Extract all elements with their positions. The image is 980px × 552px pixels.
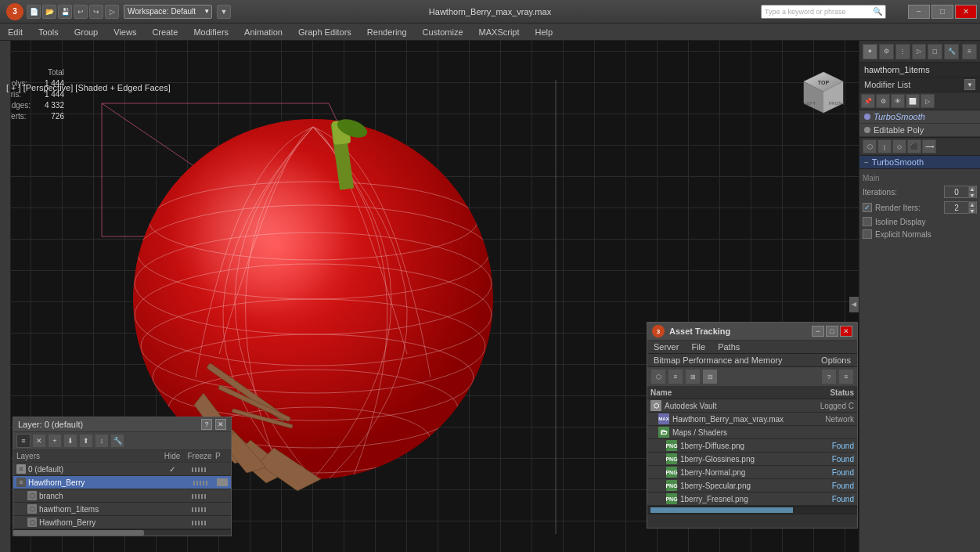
minimize-btn[interactable]: − <box>908 5 930 19</box>
asset-row-maps[interactable]: 🗁 Maps / Shaders <box>647 426 857 439</box>
viewport-arrow[interactable]: ◀ <box>849 297 859 312</box>
asset-row-maxfile[interactable]: MAX Hawthorn_Berry_max_vray.max Network <box>647 413 857 426</box>
sub-tb-4[interactable]: ⬛ <box>907 139 921 153</box>
asset-row-diffuse[interactable]: PNG 1berry-Diffuse.png Found <box>647 439 857 453</box>
preview-btn[interactable]: ▷ <box>105 5 119 19</box>
save-btn[interactable]: 💾 <box>58 5 72 19</box>
explicit-normals-checkbox[interactable] <box>863 229 872 239</box>
menu-edit[interactable]: Edit <box>0 26 31 38</box>
sub-tb-5[interactable]: ⟶ <box>922 139 936 153</box>
turbos-header: − TurboSmooth <box>859 156 980 169</box>
menu-help[interactable]: Help <box>528 26 561 38</box>
redo-btn[interactable]: ↪ <box>89 5 103 19</box>
render-iters-checkbox[interactable]: ✓ <box>863 203 872 212</box>
layer-panel-close[interactable]: ✕ <box>215 419 226 430</box>
iterations-up[interactable]: ▲ <box>968 186 976 192</box>
menu-tools[interactable]: Tools <box>31 26 67 38</box>
at-btn-help[interactable]: ? <box>821 369 837 384</box>
at-btn-4[interactable]: ⊟ <box>702 369 718 384</box>
asset-menu-file[interactable]: File <box>685 341 712 353</box>
layer-scrollbar[interactable] <box>13 529 231 536</box>
search-box[interactable]: Type a keyword or phrase 🔍 <box>761 5 886 19</box>
layer-scrollbar-thumb[interactable] <box>13 530 144 536</box>
open-btn[interactable]: 📂 <box>42 5 56 19</box>
asset-row-fresnel[interactable]: PNG 1berry_Fresnel.png Found <box>647 492 857 506</box>
extra-btn[interactable]: ▼ <box>217 5 231 19</box>
mod-render-btn[interactable]: ▷ <box>921 94 935 108</box>
layer-tb-7[interactable]: 🔧 <box>110 434 124 448</box>
mod-in-view-btn[interactable]: ⬜ <box>906 94 920 108</box>
asset-submenu: Bitmap Performance and Memory Options <box>647 354 857 367</box>
at-btn-extra[interactable]: ≡ <box>838 369 854 384</box>
sub-tb-2[interactable]: | <box>877 139 892 153</box>
asset-row-normal[interactable]: PNG 1berry-Normal.png Found <box>647 466 857 479</box>
layer-tb-2[interactable]: ✕ <box>32 434 46 448</box>
mod-pin-btn[interactable]: 📌 <box>861 94 875 108</box>
isoline-row: Isoline Display <box>863 215 977 228</box>
asset-menu-paths[interactable]: Paths <box>712 341 746 353</box>
render-iters-up[interactable]: ▲ <box>968 201 976 207</box>
modifier-turbos[interactable]: TurboSmooth <box>859 110 980 124</box>
render-iters-spinner[interactable]: ▲ ▼ <box>944 201 977 214</box>
modifier-editable-poly[interactable]: Editable Poly <box>859 124 980 137</box>
render-iters-input[interactable] <box>945 202 968 213</box>
at-btn-1[interactable]: ⬡ <box>650 369 666 384</box>
iterations-spinner[interactable]: ▲ ▼ <box>944 186 977 198</box>
modifier-list-bar[interactable]: Modifier List ▼ <box>859 78 980 92</box>
at-btn-2[interactable]: ≡ <box>668 369 683 384</box>
menu-graph-editors[interactable]: Graph Editors <box>290 26 359 38</box>
mod-show-btn[interactable]: 👁 <box>891 94 905 108</box>
layer-row-branch[interactable]: ⬡ branch <box>13 489 231 503</box>
new-btn[interactable]: 📄 <box>27 5 41 19</box>
asset-maximize[interactable]: □ <box>826 326 838 337</box>
menu-rendering[interactable]: Rendering <box>359 26 415 38</box>
asset-minimize[interactable]: − <box>812 326 824 337</box>
sub-tb-1[interactable]: ⬡ <box>863 139 877 153</box>
rp-hierarchy-icon[interactable]: ⋮ <box>895 44 910 60</box>
layer-row-hawthorn1items[interactable]: ⬡ hawthorn_1items <box>13 503 231 516</box>
asset-options[interactable]: Options <box>821 355 851 365</box>
layer-row-hawthorn[interactable]: ≡ Hawthorn_Berry <box>13 476 231 489</box>
layer-tb-4[interactable]: ⬇ <box>63 434 77 448</box>
rp-toggle-icon[interactable]: ≡ <box>962 44 977 60</box>
layer-tb-1[interactable]: ≡ <box>16 434 31 448</box>
layer-tb-5[interactable]: ⬆ <box>79 434 93 448</box>
asset-row-specular[interactable]: PNG 1berry-Specular.png Found <box>647 479 857 492</box>
at-btn-3[interactable]: ⊞ <box>685 369 701 384</box>
close-btn[interactable]: ✕ <box>955 5 977 19</box>
asset-menu-server[interactable]: Server <box>647 341 685 353</box>
rp-display-icon[interactable]: ◻ <box>928 44 942 60</box>
menu-views[interactable]: Views <box>106 26 144 38</box>
undo-btn[interactable]: ↩ <box>74 5 88 19</box>
iterations-down[interactable]: ▼ <box>968 192 976 198</box>
menu-maxscript[interactable]: MAXScript <box>471 26 528 38</box>
asset-close[interactable]: ✕ <box>840 326 852 337</box>
layer-row-default[interactable]: ≡ 0 (default) ✓ <box>13 463 231 476</box>
nav-gizmo[interactable]: TOP LEFT FRONT <box>796 64 851 119</box>
layer-panel-question[interactable]: ? <box>201 419 212 430</box>
asset-menu: Server File Paths <box>647 341 857 354</box>
rp-utilities-icon[interactable]: 🔧 <box>944 44 959 60</box>
rp-motion-icon[interactable]: ▷ <box>912 44 927 60</box>
layer-row-hawthornberry2[interactable]: ⬡ Hawthorn_Berry <box>13 516 231 529</box>
modifier-list-dropdown[interactable]: ▼ <box>964 79 975 90</box>
asset-row-vault[interactable]: ⬡ Autodesk Vault Logged C <box>647 399 857 413</box>
sub-tb-3[interactable]: ◇ <box>892 139 906 153</box>
menu-customize[interactable]: Customize <box>415 26 471 38</box>
mod-configure-btn[interactable]: ⚙ <box>876 94 890 108</box>
menu-group[interactable]: Group <box>67 26 106 38</box>
workspace-dropdown[interactable]: Workspace: Default ▼ <box>124 5 212 19</box>
rp-create-icon[interactable]: ✦ <box>863 44 877 60</box>
layer-tb-3[interactable]: + <box>48 434 62 448</box>
render-iters-down[interactable]: ▼ <box>968 207 976 214</box>
menu-animation[interactable]: Animation <box>236 26 290 38</box>
isoline-checkbox[interactable] <box>863 217 872 226</box>
asset-row-glossines[interactable]: PNG 1berry-Glossines.png Found <box>647 453 857 466</box>
layer-tb-6[interactable]: ↕ <box>95 434 109 448</box>
menu-modifiers[interactable]: Modifiers <box>186 26 236 38</box>
menu-create[interactable]: Create <box>144 26 186 38</box>
iterations-input[interactable] <box>945 186 968 197</box>
maximize-btn[interactable]: □ <box>931 5 953 19</box>
rp-modify-icon[interactable]: ⚙ <box>879 44 894 60</box>
mod-subtoolbar: ⬡ | ◇ ⬛ ⟶ <box>859 137 980 156</box>
